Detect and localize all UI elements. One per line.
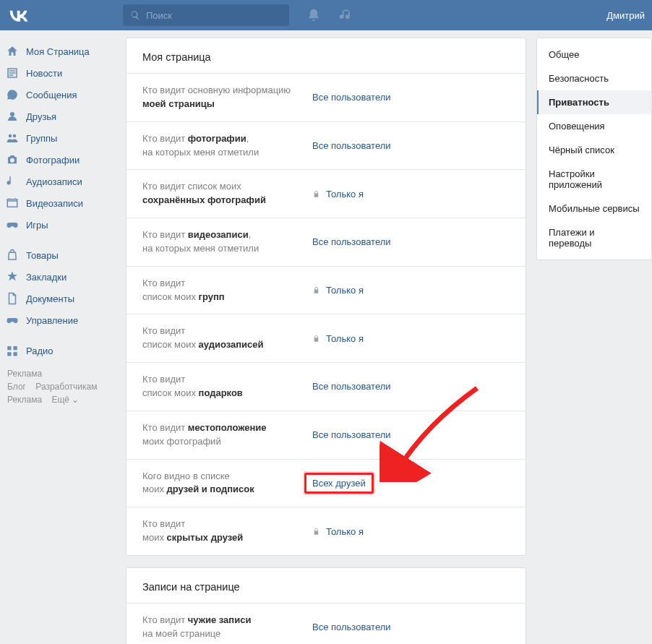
footer-more[interactable]: Ещё ⌄ [51, 395, 79, 405]
nav-item-home[interactable]: Моя Страница [1, 40, 114, 62]
top-header: Поиск Дмитрий [0, 0, 652, 30]
nav-item-friends[interactable]: Друзья [1, 106, 114, 127]
settings-tab[interactable]: Настройки приложений [537, 162, 651, 197]
svg-rect-1 [14, 346, 17, 350]
value-text: Только я [326, 526, 364, 537]
nav-label: Закладки [26, 272, 67, 283]
privacy-value[interactable]: Все пользователи [312, 228, 391, 256]
privacy-value[interactable]: Только я [312, 325, 364, 352]
nav-label: Фотографии [26, 155, 80, 166]
privacy-value[interactable]: Все пользователи [312, 132, 391, 160]
footer-dev[interactable]: Разработчикам [35, 382, 97, 392]
settings-tab[interactable]: Общее [537, 43, 651, 66]
nav-item-radio[interactable]: Радио [1, 340, 114, 361]
footer-ad2[interactable]: Реклама [7, 395, 42, 405]
home-icon [6, 45, 19, 58]
search-placeholder: Поиск [146, 10, 172, 21]
search-input[interactable]: Поиск [123, 4, 289, 26]
friends-icon [6, 110, 19, 123]
privacy-row: Кто видитсписок моих подарковВсе пользов… [126, 362, 526, 411]
nav-label: Игры [26, 220, 48, 231]
messages-icon [6, 88, 19, 101]
privacy-value[interactable]: Только я [312, 277, 364, 304]
search-icon [130, 10, 140, 20]
settings-tab[interactable]: Безопасность [537, 66, 651, 90]
privacy-value[interactable]: Все пользователи [312, 421, 391, 449]
value-text: Только я [326, 333, 364, 344]
privacy-row: Кто видитсписок моих аудиозаписейТолько … [126, 314, 526, 362]
settings-tab[interactable]: Чёрный список [537, 138, 651, 162]
settings-menu: ОбщееБезопасностьПриватностьОповещенияЧё… [536, 38, 652, 260]
nav-label: Управление [26, 315, 78, 326]
market-icon [6, 249, 19, 262]
privacy-label: Кто видитсписок моих аудиозаписей [142, 325, 312, 352]
privacy-row: Кто видитсписок моих группТолько я [126, 266, 526, 314]
nav-item-video[interactable]: Видеозаписи [1, 192, 114, 214]
nav-label: Документы [26, 293, 74, 304]
privacy-value[interactable]: Всех друзей [312, 470, 366, 497]
nav-item-market[interactable]: Товары [1, 244, 114, 266]
value-text: Все пользователи [312, 140, 391, 151]
lock-icon [312, 190, 320, 198]
wall-posts-panel: Записи на странице Кто видит чужие запис… [126, 567, 526, 644]
header-username[interactable]: Дмитрий [606, 10, 645, 21]
radio-icon [6, 344, 19, 357]
lock-icon [312, 335, 320, 343]
vk-logo-icon[interactable] [7, 4, 29, 26]
value-text: Все пользователи [312, 236, 391, 247]
privacy-label: Кто видит чужие записина моей странице [142, 614, 312, 641]
footer-blog[interactable]: Блог [7, 382, 26, 392]
nav-label: Видеозаписи [26, 198, 83, 209]
svg-rect-2 [7, 352, 11, 356]
privacy-label: Кто видитсписок моих групп [142, 277, 312, 304]
nav-item-docs[interactable]: Документы [1, 288, 114, 309]
nav-label: Друзья [26, 111, 56, 122]
value-text: Все пользователи [312, 92, 391, 103]
nav-item-bookmarks[interactable]: Закладки [1, 266, 114, 288]
value-text: Всех друзей [312, 478, 366, 489]
privacy-value[interactable]: Только я [312, 180, 364, 207]
nav-item-messages[interactable]: Сообщения [1, 84, 114, 106]
svg-rect-0 [7, 346, 11, 350]
privacy-row: Кто видит список моихсохранённых фотогра… [126, 169, 526, 218]
nav-item-games[interactable]: Игры [1, 214, 114, 236]
nav-label: Группы [26, 133, 57, 144]
nav-item-news[interactable]: Новости [1, 62, 114, 84]
nav-label: Моя Страница [26, 46, 90, 57]
privacy-row: Кто видитмоих скрытых друзейТолько я [126, 507, 526, 555]
left-sidebar: Моя СтраницаНовостиСообщенияДрузьяГруппы… [0, 38, 116, 644]
value-text: Только я [326, 285, 364, 296]
nav-item-audio[interactable]: Аудиозаписи [1, 171, 114, 192]
section-title: Моя страница [126, 38, 526, 73]
main-content: Моя страница Кто видит основную информац… [126, 38, 526, 644]
docs-icon [6, 292, 19, 305]
privacy-label: Кто видит местоположениемоих фотографий [142, 421, 312, 449]
nav-item-manage[interactable]: Управление [1, 309, 114, 331]
video-icon [6, 197, 19, 210]
music-icon[interactable] [338, 8, 353, 22]
photos-icon [6, 153, 19, 166]
privacy-row: Кто видит местоположениемоих фотографийВ… [126, 411, 526, 459]
nav-item-photos[interactable]: Фотографии [1, 149, 114, 171]
settings-tab[interactable]: Приватность [537, 90, 651, 114]
lock-icon [312, 286, 320, 294]
settings-tab[interactable]: Платежи и переводы [537, 220, 651, 255]
nav-label: Новости [26, 68, 62, 79]
nav-label: Аудиозаписи [26, 176, 82, 187]
privacy-row: Кого видно в спискемоих друзей и подписо… [126, 459, 526, 507]
privacy-value[interactable]: Все пользователи [312, 373, 391, 400]
privacy-label: Кто видит видеозаписи,на которых меня от… [142, 228, 312, 256]
privacy-value[interactable]: Все пользователи [312, 614, 391, 641]
settings-tab[interactable]: Мобильные сервисы [537, 197, 651, 220]
my-page-panel: Моя страница Кто видит основную информац… [126, 38, 526, 556]
privacy-value[interactable]: Все пользователи [312, 84, 391, 111]
notifications-icon[interactable] [306, 8, 321, 22]
footer-ad[interactable]: Реклама [7, 369, 42, 379]
news-icon [6, 66, 19, 80]
privacy-value[interactable]: Только я [312, 518, 364, 545]
privacy-label: Кто видитсписок моих подарков [142, 373, 312, 400]
privacy-row: Кто видит чужие записина моей страницеВс… [126, 603, 526, 644]
settings-tab[interactable]: Оповещения [537, 114, 651, 138]
privacy-row: Кто видит фотографии,на которых меня отм… [126, 121, 526, 170]
nav-item-groups[interactable]: Группы [1, 127, 114, 149]
